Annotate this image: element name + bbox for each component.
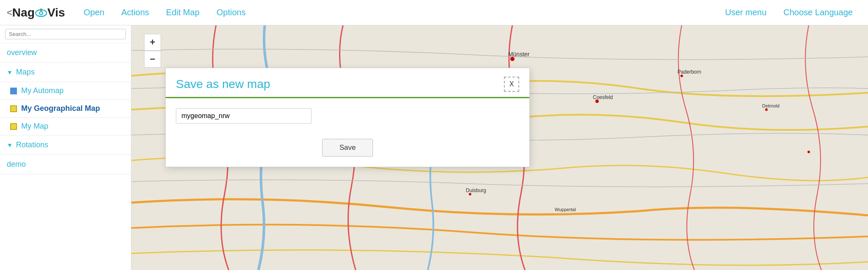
my-geographical-map-icon bbox=[10, 105, 17, 112]
logo-nag: Nag bbox=[12, 6, 35, 19]
sidebar-search-container bbox=[0, 25, 131, 43]
search-input[interactable] bbox=[5, 29, 126, 39]
modal-footer: Save bbox=[166, 134, 529, 167]
map-area[interactable]: Münster Arnhem Coesfeld Paderborn Detmol… bbox=[131, 25, 868, 270]
modal-body bbox=[166, 98, 529, 134]
navbar-right: User menu Choose Language bbox=[717, 0, 861, 25]
modal-title: Save as new map bbox=[176, 77, 270, 91]
nav-actions[interactable]: Actions bbox=[113, 0, 158, 25]
nav-choose-language[interactable]: Choose Language bbox=[775, 0, 861, 25]
logo[interactable]: < Nag Vis bbox=[7, 6, 65, 19]
modal-overlay: Save as new map X Save bbox=[131, 25, 868, 270]
modal-close-button[interactable]: X bbox=[504, 77, 519, 92]
sidebar-section-rotations[interactable]: ▼ Rotations bbox=[0, 135, 131, 155]
nav-options[interactable]: Options bbox=[208, 0, 254, 25]
svg-point-2 bbox=[40, 12, 42, 14]
sidebar: overview ▼ Maps My Automap My Geographic… bbox=[0, 25, 131, 270]
my-map-label: My Map bbox=[21, 122, 48, 131]
save-map-modal: Save as new map X Save bbox=[165, 68, 530, 167]
logo-eye-icon bbox=[35, 7, 47, 19]
sidebar-item-overview[interactable]: overview bbox=[0, 43, 131, 63]
navbar: < Nag Vis Open Actions Edit Map Options … bbox=[0, 0, 868, 25]
my-map-icon bbox=[10, 123, 17, 130]
modal-header: Save as new map X bbox=[166, 68, 529, 98]
modal-save-button[interactable]: Save bbox=[322, 139, 373, 157]
sidebar-item-my-geographical-map[interactable]: My Geographical Map bbox=[0, 100, 131, 118]
nav-edit-map[interactable]: Edit Map bbox=[158, 0, 208, 25]
sidebar-item-my-map[interactable]: My Map bbox=[0, 118, 131, 135]
logo-vis: Vis bbox=[47, 6, 65, 19]
rotations-arrow-icon: ▼ bbox=[7, 142, 13, 149]
sidebar-section-maps[interactable]: ▼ Maps bbox=[0, 63, 131, 82]
my-geographical-map-label: My Geographical Map bbox=[21, 104, 100, 113]
nav-user-menu[interactable]: User menu bbox=[717, 0, 775, 25]
sidebar-item-my-automap[interactable]: My Automap bbox=[0, 82, 131, 100]
svg-point-3 bbox=[40, 8, 42, 11]
my-automap-icon bbox=[10, 88, 17, 94]
rotations-section-label: Rotations bbox=[16, 141, 48, 149]
nav-open[interactable]: Open bbox=[75, 0, 113, 25]
main-container: overview ▼ Maps My Automap My Geographic… bbox=[0, 25, 868, 270]
my-automap-label: My Automap bbox=[21, 86, 64, 95]
navbar-links: Open Actions Edit Map Options bbox=[75, 0, 716, 25]
map-name-input[interactable] bbox=[176, 108, 312, 124]
sidebar-item-demo[interactable]: demo bbox=[0, 155, 131, 174]
logo-bracket: < bbox=[7, 7, 12, 18]
maps-arrow-icon: ▼ bbox=[7, 69, 13, 76]
maps-section-label: Maps bbox=[16, 68, 35, 77]
